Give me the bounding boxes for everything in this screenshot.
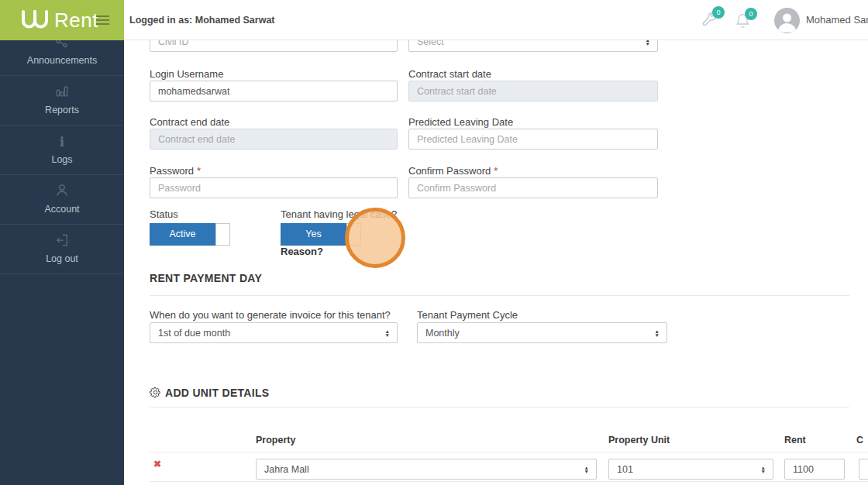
sidebar-item-reports[interactable]: Reports: [0, 76, 124, 126]
select-stepper-icon: ▲▼: [385, 329, 390, 337]
payment-cycle-label: Tenant Payment Cycle: [417, 309, 518, 321]
top-header: Rent Logged in as: Mohamed Sarwat 0 0 Mo…: [0, 0, 868, 40]
person-icon: [774, 8, 800, 33]
gear-icon: [150, 387, 161, 398]
table-row-divider: [150, 481, 868, 482]
contract-end-input[interactable]: [150, 129, 398, 150]
app-logo[interactable]: Rent: [0, 0, 124, 40]
confirm-password-label: Confirm Password*: [408, 165, 498, 177]
invoice-generate-select[interactable]: 1st of due month ▲▼: [150, 322, 398, 343]
sidebar-nav: Announcements Reports i Logs Account Log…: [0, 40, 124, 485]
reason-label: Reason?: [281, 246, 323, 257]
app-window: Rent Logged in as: Mohamed Sarwat 0 0 Mo…: [0, 0, 868, 485]
status-label: Status: [150, 208, 178, 220]
predicted-leaving-input[interactable]: [408, 129, 658, 150]
sidebar-item-announcements[interactable]: Announcements: [0, 40, 124, 76]
confirm-password-input[interactable]: [408, 177, 658, 198]
hamburger-menu-icon[interactable]: [96, 15, 109, 27]
share-icon: [53, 40, 71, 50]
settings-wrench-button[interactable]: 0: [700, 11, 718, 33]
password-label: Password*: [150, 165, 201, 177]
col-header-rent: Rent: [784, 435, 806, 445]
legal-case-toggle[interactable]: Yes: [281, 223, 361, 246]
user-icon: [53, 182, 71, 198]
select-stepper-icon: ▲▼: [584, 466, 589, 473]
required-asterisk: *: [197, 165, 201, 177]
section-divider: [150, 407, 849, 408]
table-header-divider: [150, 452, 868, 452]
status-toggle[interactable]: Active: [150, 223, 230, 246]
user-avatar[interactable]: [774, 8, 800, 33]
required-asterisk: *: [494, 165, 498, 177]
info-icon: i: [60, 135, 64, 149]
sidebar-item-label: Log out: [46, 253, 78, 264]
add-unit-details-title: ADD UNIT DETAILS: [165, 387, 269, 399]
col-header-property: Property: [256, 435, 295, 445]
rent-payment-day-title: RENT PAYMENT DAY: [150, 272, 262, 284]
payment-cycle-select[interactable]: Monthly ▲▼: [417, 322, 667, 343]
header-user-name[interactable]: Mohamed Sarwat: [806, 0, 868, 40]
contract-start-input[interactable]: [408, 81, 658, 101]
logo-text: Rent: [54, 9, 98, 33]
wrench-badge: 0: [712, 6, 725, 19]
select-stepper-icon: ▲▼: [761, 466, 766, 473]
col-header-truncated: C: [856, 435, 863, 445]
password-input[interactable]: [150, 177, 398, 198]
toggle-knob: [215, 223, 230, 246]
contract-end-label: Contract end date: [150, 116, 229, 128]
logo-w-icon: [19, 8, 53, 33]
logged-in-as-text: Logged in as: Mohamed Sarwat: [129, 0, 275, 40]
section-divider: [150, 295, 849, 296]
sidebar-item-label: Announcements: [27, 55, 97, 66]
bar-chart-icon: [53, 84, 71, 99]
sidebar-item-logs[interactable]: i Logs: [0, 126, 124, 175]
bell-badge: 0: [745, 8, 757, 20]
sidebar-item-label: Account: [44, 204, 79, 215]
contract-start-label: Contract start date: [408, 68, 491, 80]
predicted-leaving-label: Predicted Leaving Date: [408, 116, 513, 128]
login-username-input[interactable]: [150, 81, 398, 101]
top-select[interactable]: Select ▲▼: [408, 40, 658, 52]
sidebar-item-logout[interactable]: Log out: [0, 225, 124, 274]
sidebar-item-label: Reports: [45, 105, 79, 115]
row-property-select[interactable]: Jahra Mall ▲▼: [256, 459, 597, 480]
main-content: Select ▲▼ Login Username Contract start …: [124, 40, 868, 485]
col-header-property-unit: Property Unit: [608, 435, 670, 445]
invoice-generate-label: When do you want to generate invoice for…: [150, 309, 391, 321]
civil-id-input[interactable]: [150, 40, 398, 52]
row-rent-input[interactable]: [784, 459, 845, 480]
sidebar-item-label: Logs: [51, 154, 72, 165]
row-property-unit-select[interactable]: 101 ▲▼: [608, 459, 773, 480]
row-truncated-input[interactable]: [859, 459, 868, 480]
login-username-label: Login Username: [150, 68, 223, 80]
toggle-knob: [346, 223, 361, 246]
delete-row-button[interactable]: ✖: [153, 459, 161, 470]
sidebar-item-account[interactable]: Account: [0, 175, 124, 225]
select-stepper-icon: ▲▼: [655, 329, 660, 337]
legal-case-label: Tenant having legal case?: [281, 208, 397, 220]
logout-icon: [53, 232, 71, 248]
notifications-button[interactable]: 0: [735, 12, 751, 33]
select-stepper-icon: ▲▼: [646, 40, 650, 46]
